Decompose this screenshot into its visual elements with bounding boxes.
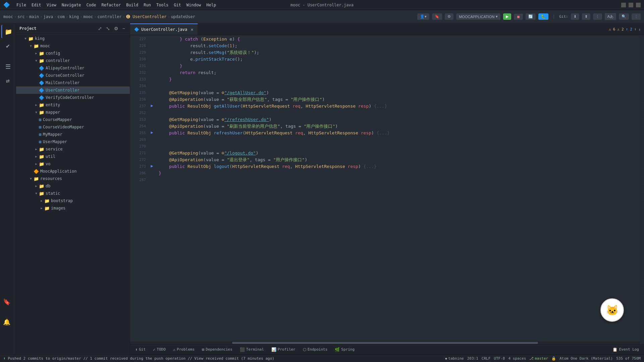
tree-item-course[interactable]: 🔷 CourseController [16,72,130,79]
bottom-tab-todo[interactable]: ✓ TODO [150,346,169,353]
translate-button[interactable]: Aあ [605,13,616,20]
mascot[interactable]: 🐱 [600,298,624,322]
app-selector[interactable]: MOOCAPPLICATION ▾ [456,13,500,20]
git-menu[interactable]: ⋮ [593,13,602,20]
tree-item-usermapper[interactable]: ⊞ UserMapper [16,138,130,145]
bottom-tab-endpoints[interactable]: ⬡ Endpoints [300,346,331,353]
bottom-tab-eventlog[interactable]: 📋 Event Log [609,346,642,353]
sidebar-commit-btn[interactable]: ✔ [1,39,15,52]
tree-item-mymapper[interactable]: ⊞ MyMapper [16,131,130,138]
power-button[interactable]: ⚙ [445,13,453,20]
tree-item-coursemapper[interactable]: ⊞ CourseMapper [16,116,130,123]
run-button[interactable]: ▶ [503,13,511,20]
menu-code[interactable]: Code [84,2,99,8]
breadcrumb-main[interactable]: main [29,14,39,19]
menu-help[interactable]: Help [204,2,218,8]
minimize-button[interactable] [621,3,626,7]
menu-run[interactable]: Run [141,2,153,8]
panel-settings-btn[interactable]: ⚙ [113,25,120,32]
close-button[interactable] [636,3,641,7]
menu-edit[interactable]: Edit [29,2,44,8]
bottom-tabs: ⬆ Git ✓ TODO ⚠ Problems ⊞ Dependencies ⬛ [130,345,644,355]
tree-item-mapper[interactable]: ▼ 📁 mapper [16,109,130,116]
tree-item-static[interactable]: ▼ 📁 static [16,190,130,197]
menu-git[interactable]: Git [171,2,183,8]
tree-item-entity[interactable]: ▶ 📁 entity [16,101,130,109]
menu-refactor[interactable]: Refactor [99,2,123,8]
tree-item-usercontroller[interactable]: 🔷 UserController [16,86,130,94]
tree-item-moocapp[interactable]: 🔶 MoocApplication [16,168,130,175]
breadcrumb-updateuser[interactable]: updateUser [171,14,195,19]
expand-panel-btn[interactable]: ⤢ [97,25,103,32]
breadcrumb-controller[interactable]: controller [98,14,122,19]
menu-file[interactable]: File [14,2,29,8]
tree-item-service[interactable]: ▶ 📁 service [16,145,130,153]
breadcrumb-src[interactable]: src [17,14,25,19]
search-button[interactable]: 🔍 [619,13,629,20]
tree-item-db[interactable]: ▶ 📁 db [16,182,130,190]
git-branch[interactable]: ⎇ master [529,356,548,361]
indent[interactable]: 4 spaces [508,356,526,361]
breadcrumb-java[interactable]: java [43,14,53,19]
tree-item-mooc[interactable]: ▼ 📁 mooc [16,42,130,50]
restart-button[interactable]: 🔄 [526,13,536,20]
tree-item-mail[interactable]: 🔷 MailController [16,79,130,86]
menu-tools[interactable]: Tools [154,2,171,8]
tree-item-bootstrap[interactable]: ▶ 📁 bootstrap [16,197,130,204]
sidebar-bookmark-btn[interactable]: 🔖 [0,295,13,308]
bottom-tab-spring[interactable]: 🌿 Spring [331,346,358,353]
stop-button[interactable]: ⏹ [514,14,523,20]
bottom-tab-git[interactable]: ⬆ Git [132,346,149,353]
maximize-button[interactable] [629,3,633,7]
tree-item-alipay[interactable]: 🔷 AlipayController [16,64,130,72]
bottom-tab-deps[interactable]: ⊞ Dependencies [199,346,236,353]
tree-item-coursevideomapper[interactable]: ⊞ CourseVideoMapper [16,123,130,131]
scroll-down-icon[interactable]: ↓ [638,27,641,32]
breadcrumb-com[interactable]: com [57,14,65,19]
close-panel-btn[interactable]: − [121,25,126,32]
more-button[interactable]: ⋮ [632,13,641,20]
menu-navigate[interactable]: Navigate [59,2,84,8]
tree-item-util[interactable]: ▶ 📁 util [16,153,130,160]
theme-name[interactable]: Atom One Dark (Material) [559,356,613,361]
bookmark-button[interactable]: 🔖 [432,13,442,20]
debug-button[interactable]: 🐛 [538,13,548,20]
bottom-tab-profiler[interactable]: 📊 Profiler [268,346,299,353]
bottom-tab-problems[interactable]: ⚠ Problems [170,346,198,353]
cursor-position[interactable]: 203:1 [467,356,478,361]
tree-item-vo[interactable]: ▶ 📁 vo [16,160,130,168]
tree-item-king[interactable]: ▼ 📁 king [16,35,130,42]
tree-item-resources[interactable]: ▼ 📁 resources [16,175,130,182]
breadcrumb-mooc2[interactable]: mooc [83,14,93,19]
tab-close-usercontroller[interactable]: × [191,27,193,32]
code-content[interactable]: } catch (Exception e) { result.setCode(1… [155,35,640,344]
sidebar-structure-btn[interactable]: ☰ [1,60,15,73]
tree-item-verifycode[interactable]: 🔷 VerifyCodeController [16,94,130,101]
menu-view[interactable]: View [44,2,59,8]
profile-button[interactable]: 👤▾ [417,13,429,20]
tree-item-controller[interactable]: ▼ 📁 controller [16,57,130,64]
tree-item-config[interactable]: ▶ 📁 config [16,50,130,57]
breadcrumb-king[interactable]: king [69,14,79,19]
git-push[interactable]: ⬆ [582,13,590,20]
tabnine-status[interactable]: ◆ tabnine [445,356,464,361]
menu-window[interactable]: Window [184,2,203,8]
sidebar-pullrequest-btn[interactable]: ⇄ [1,74,15,87]
tab-usercontroller[interactable]: 🔷 UserController.java × [130,23,198,35]
sidebar-notification-btn[interactable]: 🔔 [0,315,13,328]
memory-indicator[interactable]: 535 of 750M [616,356,641,361]
ln-236: 236 [130,96,146,103]
breadcrumb-usercontroller[interactable]: 🅒 UserController [126,14,166,19]
sidebar-project-btn[interactable]: 📁 [1,25,15,38]
collapse-panel-btn[interactable]: ⤡ [105,25,111,32]
bottom-tab-terminal[interactable]: ⬛ Terminal [236,346,267,353]
line-ending[interactable]: CRLF [482,356,491,361]
breadcrumb-mooc[interactable]: mooc [3,14,13,19]
menu-build[interactable]: Build [124,2,141,8]
code-editor[interactable]: 227 228 229 230 231 232 233 234 235 236 … [130,35,644,344]
git-pull[interactable]: ⬇ [571,13,579,20]
tree-item-images[interactable]: ▶ 📁 images [16,204,130,212]
horizontal-scrollbar[interactable] [130,342,640,344]
encoding[interactable]: UTF-8 [494,356,505,361]
scroll-up-icon[interactable]: ↑ [634,27,637,32]
